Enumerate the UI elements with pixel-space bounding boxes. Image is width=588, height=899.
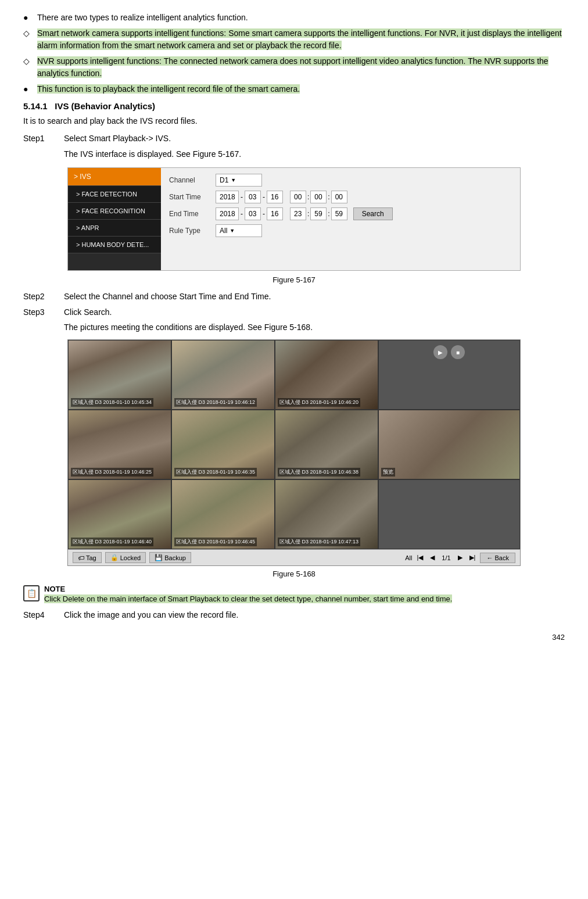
camera-cell-1-3[interactable]: 区域入侵 D3 2018-01-19 10:46:20 <box>275 340 378 410</box>
cam-label-2-3: 区域入侵 D3 2018-01-19 10:46:38 <box>278 468 360 477</box>
play-button[interactable]: ▶ <box>433 345 447 359</box>
camera-cell-1-2[interactable]: 区域入侵 D3 2018-01-19 10:46:12 <box>171 340 275 410</box>
step1-sub: The IVS interface is displayed. See Figu… <box>64 148 565 160</box>
camera-cell-2-1[interactable]: 区域入侵 D3 2018-01-19 10:46:25 <box>68 410 171 479</box>
ivs-menu-ivs[interactable]: > IVS <box>68 168 161 186</box>
camera-cell-2-3[interactable]: 区域入侵 D3 2018-01-19 10:46:38 <box>275 410 378 479</box>
camera-row-2: 区域入侵 D3 2018-01-19 10:46:25 区域入侵 D3 2018… <box>68 410 520 479</box>
channel-row: Channel D1 ▼ <box>169 174 512 187</box>
camera-cell-2-2[interactable]: 区域入侵 D3 2018-01-19 10:46:35 <box>171 410 275 479</box>
step3-sub: The pictures meeting the conditions are … <box>64 321 565 334</box>
step2-content: Select the Channel and choose Start Time… <box>64 290 565 303</box>
page-number: 342 <box>23 633 565 642</box>
step2-row: Step2 Select the Channel and choose Star… <box>23 290 565 303</box>
start-time-label: Start Time <box>169 193 216 201</box>
end-min-input[interactable]: 59 <box>310 207 327 220</box>
camera-cell-1-1[interactable]: 区域入侵 D3 2018-01-10 10:45:34 <box>68 340 171 410</box>
note-text-area: NOTE Click Delete on the main interface … <box>44 584 452 605</box>
step1-content: Select Smart Playback-> IVS. <box>64 132 565 145</box>
cam-label-2-1: 区域入侵 D3 2018-01-19 10:46:25 <box>71 468 153 477</box>
next-page-icon[interactable]: ▶| <box>469 554 476 561</box>
ivs-menu-face-detection[interactable]: > FACE DETECTION <box>68 186 161 203</box>
cam-label-3-1: 区域入侵 D3 2018-01-19 10:46:40 <box>71 538 153 546</box>
end-year-input[interactable]: 2018 <box>216 207 239 220</box>
cam-label-3-2: 区域入侵 D3 2018-01-19 10:46:45 <box>174 538 257 546</box>
ivs-menu-human-body[interactable]: > HUMAN BODY DETE... <box>68 237 161 253</box>
step4-label: Step4 <box>23 608 64 621</box>
end-hour-input[interactable]: 23 <box>290 207 306 220</box>
start-min-input[interactable]: 00 <box>310 191 327 203</box>
end-time-row: End Time 2018 - 03 - 16 23 : 59 : 59 <box>169 207 512 220</box>
step4-row: Step4 Click the image and you can view t… <box>23 608 565 621</box>
end-day-input[interactable]: 16 <box>267 207 283 220</box>
camera-cell-3-2[interactable]: 区域入侵 D3 2018-01-19 10:46:45 <box>171 479 275 549</box>
section-heading: 5.14.1 IVS (Behavior Analytics) <box>23 101 565 111</box>
figure-168-caption: Figure 5-168 <box>23 570 565 578</box>
cam-label-1-2: 区域入侵 D3 2018-01-19 10:46:12 <box>174 398 257 407</box>
locked-button[interactable]: 🔒 Locked <box>105 552 146 563</box>
bullet-item-2: Smart network camera supports intelligen… <box>23 27 565 52</box>
camera-grid: 区域入侵 D3 2018-01-10 10:45:34 区域入侵 D3 2018… <box>67 339 521 566</box>
start-year-input[interactable]: 2018 <box>216 191 239 203</box>
rule-type-label: Rule Type <box>169 227 216 235</box>
ivs-right-panel: Channel D1 ▼ Start Time 2018 - 03 - 16 0… <box>161 168 520 270</box>
stop-button[interactable]: ■ <box>451 345 465 359</box>
start-day-input[interactable]: 16 <box>267 191 283 203</box>
note-content: Click Delete on the main interface of Sm… <box>44 593 452 605</box>
tag-button[interactable]: 🏷 Tag <box>73 552 102 563</box>
ivs-menu-face-recognition[interactable]: > FACE RECOGNITION <box>68 203 161 220</box>
camera-row-3: 区域入侵 D3 2018-01-19 10:46:40 区域入侵 D3 2018… <box>68 479 520 549</box>
step1-label: Step1 <box>23 132 64 145</box>
camera-row-1: 区域入侵 D3 2018-01-10 10:45:34 区域入侵 D3 2018… <box>68 340 520 410</box>
intro-bullet-list: There are two types to realize intellige… <box>23 12 565 95</box>
channel-dropdown-arrow: ▼ <box>231 177 236 183</box>
end-sec-input[interactable]: 59 <box>331 207 347 220</box>
rule-type-row: Rule Type All ▼ <box>169 224 512 237</box>
camera-right-bottom <box>378 479 520 549</box>
start-month-input[interactable]: 03 <box>245 191 261 203</box>
step3-content: Click Search. <box>64 306 565 318</box>
step3-label: Step3 <box>23 306 64 318</box>
bullet-item-3: NVR supports intelligent functions: The … <box>23 55 565 80</box>
bullet-item-4: This function is to playback the intelli… <box>23 83 565 95</box>
next-icon[interactable]: ▶ <box>458 554 462 561</box>
all-label: All <box>405 554 412 561</box>
figure-167-caption: Figure 5-167 <box>23 275 565 284</box>
cam-label-1-3: 区域入侵 D3 2018-01-19 10:46:20 <box>278 398 360 407</box>
camera-preview-large[interactable]: 预览 <box>378 410 520 479</box>
camera-bottom-toolbar: 🏷 Tag 🔒 Locked 💾 Backup All |◀ ◀ 1/1 ▶ ▶… <box>68 549 520 565</box>
ivs-left-panel: > IVS > FACE DETECTION > FACE RECOGNITIO… <box>68 168 161 270</box>
ivs-empty-area <box>169 241 512 264</box>
toolbar-left: 🏷 Tag 🔒 Locked 💾 Backup <box>73 552 191 563</box>
cam-preview-label: 预览 <box>381 468 395 477</box>
note-icon: 📋 <box>23 585 40 601</box>
backup-button[interactable]: 💾 Backup <box>149 552 191 563</box>
back-button[interactable]: ← Back <box>480 553 515 563</box>
note-label: NOTE <box>44 585 65 593</box>
camera-cell-3-1[interactable]: 区域入侵 D3 2018-01-19 10:46:40 <box>68 479 171 549</box>
bullet-item-1: There are two types to realize intellige… <box>23 12 565 24</box>
channel-dropdown[interactable]: D1 ▼ <box>216 174 262 187</box>
section-intro: It is to search and play back the IVS re… <box>23 114 565 127</box>
note-box: 📋 NOTE Click Delete on the main interfac… <box>23 584 565 605</box>
end-time-label: End Time <box>169 210 216 218</box>
play-controls: ▶ ■ <box>433 345 465 359</box>
start-time-row: Start Time 2018 - 03 - 16 00 : 00 : 00 <box>169 191 512 203</box>
step2-label: Step2 <box>23 290 64 303</box>
start-hour-input[interactable]: 00 <box>290 191 306 203</box>
start-sec-input[interactable]: 00 <box>331 191 347 203</box>
pagination-display: 1/1 <box>442 554 450 561</box>
prev-icon[interactable]: ◀ <box>430 554 435 561</box>
rule-type-dropdown[interactable]: All ▼ <box>216 224 262 237</box>
camera-cell-3-3[interactable]: 区域入侵 D3 2018-01-19 10:47:13 <box>275 479 378 549</box>
prev-page-icon[interactable]: |◀ <box>417 554 423 561</box>
end-month-input[interactable]: 03 <box>245 207 261 220</box>
ivs-screenshot: > IVS > FACE DETECTION > FACE RECOGNITIO… <box>67 167 521 271</box>
ivs-menu-anpr[interactable]: > ANPR <box>68 220 161 237</box>
cam-label-2-2: 区域入侵 D3 2018-01-19 10:46:35 <box>174 468 257 477</box>
tag-icon: 🏷 <box>78 554 84 561</box>
search-button[interactable]: Search <box>353 207 393 220</box>
step1-row: Step1 Select Smart Playback-> IVS. <box>23 132 565 145</box>
cam-label-1-1: 区域入侵 D3 2018-01-10 10:45:34 <box>71 398 153 407</box>
rule-type-dropdown-arrow: ▼ <box>230 228 235 234</box>
